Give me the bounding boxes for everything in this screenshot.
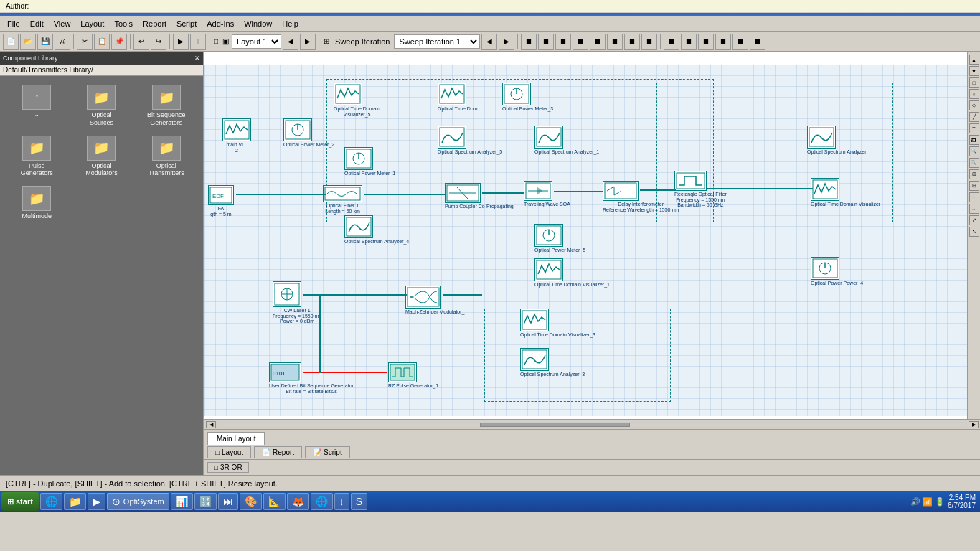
comp-tdv3[interactable]: Optical Time Domain Visualizer_3 — [520, 309, 595, 338]
rp-btn9[interactable]: 🔍 — [969, 146, 979, 156]
sidebar-item-up[interactable]: ↑ .. — [6, 82, 67, 121]
save-button[interactable]: 💾 — [37, 34, 53, 50]
comp-td-top[interactable]: Optical Time Dom... — [438, 83, 481, 112]
comp-fa[interactable]: EDF FAgth = 5 m — [208, 185, 234, 217]
comp-tdv1[interactable]: Optical Time Domain Visualizer_1 — [534, 258, 610, 288]
run-button[interactable]: ▶ — [173, 34, 189, 50]
doc-tab-3r[interactable]: □ 3R OR — [207, 462, 249, 473]
taskbar-media[interactable]: ▶ — [88, 493, 105, 510]
tb-btn8[interactable]: ⏹ — [641, 34, 657, 50]
taskbar-ie[interactable]: 🌐 — [40, 493, 62, 510]
taskbar-optisystem[interactable]: ⊙ OptiSystem — [107, 493, 169, 510]
menu-edit[interactable]: Edit — [26, 18, 48, 29]
sidebar-item-multimode[interactable]: 📁 Multimode — [6, 183, 67, 223]
tb-btn7[interactable]: ⏹ — [624, 34, 640, 50]
new-button[interactable]: 📄 — [3, 34, 19, 50]
sidebar-item-optical-trans[interactable]: 📁 OpticalTransmitters — [136, 133, 197, 181]
menu-tools[interactable]: Tools — [110, 18, 137, 29]
taskbar-paint[interactable]: 🎨 — [240, 493, 262, 510]
tb-btn14[interactable]: ⏹ — [750, 34, 765, 50]
tab-report[interactable]: 📄 Report — [254, 446, 302, 458]
paste-button[interactable]: 📌 — [111, 34, 127, 50]
tb-btn2[interactable]: ⏹ — [538, 34, 554, 50]
stop-button[interactable]: ⏸ — [190, 34, 206, 50]
menu-view[interactable]: View — [50, 18, 75, 29]
rp-btn8[interactable]: 🖼 — [969, 135, 979, 145]
tb-btn5[interactable]: ⏹ — [590, 34, 606, 50]
sidebar-item-pulse-gen[interactable]: 📁 PulseGenerators — [6, 133, 67, 181]
rp-btn1[interactable]: ▲ — [969, 55, 979, 65]
canvas-hscroll[interactable]: ◀ ▶ — [204, 419, 980, 429]
tb-btn3[interactable]: ⏹ — [555, 34, 571, 50]
comp-pump[interactable]: Pump Coupler Co-Propagating — [445, 183, 514, 209]
comp-sa3[interactable]: Optical Spectrum Analyzer_3 — [520, 348, 585, 377]
menu-window[interactable]: Window — [240, 18, 276, 29]
tb-btn13[interactable]: ⏹ — [732, 34, 748, 50]
taskbar-chrome[interactable]: 🌐 — [311, 493, 333, 510]
layout-select[interactable]: Layout 1 — [232, 34, 281, 49]
comp-mz[interactable]: Mach-Zehnder Modulator_ — [405, 286, 465, 315]
comp-bitseq[interactable]: 0101 User Defined Bit Sequence Generator… — [269, 362, 354, 394]
comp-sa5[interactable]: Optical Spectrum Analyzer_5 — [438, 126, 502, 155]
menu-addins[interactable]: Add-Ins — [202, 18, 238, 29]
rp-btn4[interactable]: ○ — [969, 89, 979, 99]
comp-vis5[interactable]: Optical Time DomainVisualizer_5 — [334, 83, 380, 117]
comp-mainv[interactable]: main Vi...2 — [222, 118, 251, 153]
rp-btn16[interactable]: ⤡ — [969, 227, 979, 237]
rp-btn11[interactable]: ⊞ — [969, 169, 979, 179]
rp-btn14[interactable]: ↔ — [969, 204, 979, 214]
rp-btn2[interactable]: ▼ — [969, 66, 979, 76]
menu-file[interactable]: File — [3, 18, 24, 29]
taskbar-bittorrent[interactable]: ↓ — [334, 493, 349, 510]
comp-delay[interactable]: Delay InterferometerReference Wavelength… — [603, 181, 679, 212]
tab-layout[interactable]: □ Layout — [207, 446, 251, 458]
menu-report[interactable]: Report — [138, 18, 171, 29]
menu-layout[interactable]: Layout — [76, 18, 108, 29]
hscroll-right[interactable]: ▶ — [969, 421, 979, 428]
layout-next[interactable]: ▶ — [300, 34, 316, 50]
comp-fiber[interactable]: Optical Fiber 1Length = 50 km — [323, 185, 362, 214]
open-button[interactable]: 📂 — [20, 34, 36, 50]
print-button[interactable]: 🖨 — [55, 34, 70, 50]
rp-btn10[interactable]: 🔍 — [969, 158, 979, 168]
sidebar-item-bit-seq[interactable]: 📁 Bit SequenceGenerators — [136, 82, 197, 130]
taskbar-explorer[interactable]: 📁 — [64, 493, 86, 510]
sidebar-close[interactable]: ✕ — [194, 55, 200, 62]
tb-btn9[interactable]: ⏹ — [664, 34, 679, 50]
taskbar-skype[interactable]: S — [351, 493, 367, 510]
comp-sa1[interactable]: Optical Spectrum Analyzer_1 — [534, 126, 599, 155]
comp-soa[interactable]: Traveling Wave SOA — [524, 181, 570, 207]
taskbar-calc[interactable]: 🔢 — [194, 493, 217, 510]
comp-rect-filter[interactable]: Rectangle Optical FilterFrequency = 1550… — [674, 171, 727, 208]
tb-btn11[interactable]: ⏹ — [698, 34, 714, 50]
menu-script[interactable]: Script — [172, 18, 201, 29]
hscroll-track[interactable] — [217, 422, 967, 428]
comp-pm1[interactable]: Optical Power Meter_1 — [344, 147, 395, 176]
tab-main-layout[interactable]: Main Layout — [207, 432, 265, 445]
sweep-next[interactable]: ▶ — [499, 34, 514, 50]
comp-tdv-right[interactable]: Optical Time Domain Visualizer — [811, 178, 880, 207]
rp-btn15[interactable]: ⤢ — [969, 215, 979, 225]
comp-sa-right[interactable]: Optical Spectrum Analyzer — [807, 126, 866, 155]
taskbar-firefox[interactable]: 🦊 — [287, 493, 309, 510]
tb-btn6[interactable]: ⏹ — [607, 34, 623, 50]
menu-help[interactable]: Help — [278, 18, 303, 29]
hscroll-thumb[interactable] — [480, 423, 630, 427]
rp-btn3[interactable]: □ — [969, 77, 979, 88]
rp-btn12[interactable]: ⊟ — [969, 181, 979, 191]
tb-btn12[interactable]: ⏹ — [715, 34, 731, 50]
tb-btn1[interactable]: ⏹ — [521, 34, 537, 50]
undo-button[interactable]: ↩ — [133, 34, 149, 50]
rp-btn6[interactable]: ╱ — [969, 112, 979, 122]
comp-pm4[interactable]: Optical Power Power_4 — [811, 257, 863, 286]
rp-btn13[interactable]: ↕ — [969, 192, 979, 202]
comp-pm3[interactable]: Optical Power Meter_3 — [502, 83, 553, 112]
start-button[interactable]: ⊞ start — [1, 492, 39, 511]
comp-rzpulse[interactable]: RZ Pulse Generator_1 — [388, 362, 438, 389]
copy-button[interactable]: 📋 — [94, 34, 110, 50]
taskbar-visio[interactable]: 📐 — [263, 493, 286, 510]
hscroll-left[interactable]: ◀ — [206, 421, 216, 428]
comp-pm5[interactable]: Optical Power Meter_5 — [534, 224, 585, 253]
tb-btn4[interactable]: ⏹ — [573, 34, 588, 50]
sidebar-item-optical-mod[interactable]: 📁 OpticalModulators — [70, 133, 132, 181]
